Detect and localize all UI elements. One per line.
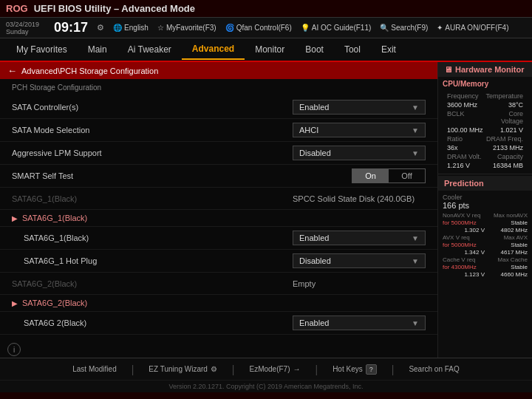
sata6g1-info-label: SATA6G_1(Black) [12,194,293,203]
sata-controller-row: SATA Controller(s) Enabled ▼ [0,96,437,119]
sata6g1-hotplug-row: SATA6G_1 Hot Plug Disabled ▼ [0,250,437,273]
myfav-label: MyFavorite(F3) [166,24,216,32]
footer-ez-tuning[interactable]: EZ Tuning Wizard ⚙ [149,365,216,373]
sata6g1-dropdown-label: SATA6G_1(Black) [12,233,293,242]
back-arrow-icon[interactable]: ← [7,65,17,76]
sata6g1-value: Enabled [299,233,329,242]
day-label: Sunday [6,28,39,35]
dropdown-arrow-icon5: ▼ [412,257,419,265]
tab-main[interactable]: Main [78,40,117,59]
maxcache-label: Max Cache [485,256,528,263]
sata6g2-expand-label: SATA6G_2(Black) [22,299,87,307]
cache-stable: Stable [485,264,528,270]
toolbar-aura[interactable]: ✦ AURA ON/OFF(F4) [437,24,508,32]
dropdown-arrow-icon2: ▼ [412,126,419,134]
sata-mode-dropdown[interactable]: AHCI ▼ [293,123,426,137]
sata6g1-hotplug-dropdown[interactable]: Disabled ▼ [293,253,426,268]
info-icon[interactable]: i [7,343,21,356]
hardware-monitor-label: Hardware Monitor [455,65,525,74]
sata6g2-value: Enabled [299,318,329,327]
toolbar-qfan[interactable]: 🌀 Qfan Control(F6) [225,24,292,32]
hotkeys-key: ? [366,364,377,375]
copyright-bar: Version 2.20.1271. Copyright (C) 2019 Am… [0,380,532,392]
date-label: 03/24/2019 [6,21,39,28]
settings-list: SATA Controller(s) Enabled ▼ SATA Mode S… [0,96,437,335]
tab-tool[interactable]: Tool [334,40,371,59]
sata-controller-value: Enabled [299,103,329,112]
capacity-value: 16384 MB [485,162,523,169]
avx-volt: 1.342 V [443,249,485,256]
footer: Last Modified | EZ Tuning Wizard ⚙ | EzM… [0,358,532,380]
sata6g2-dropdown-label: SATA6G 2(Black) [12,318,293,327]
tab-exit[interactable]: Exit [371,40,406,59]
last-modified-label: Last Modified [72,365,116,373]
footer-ezmode[interactable]: EzMode(F7) → [249,365,300,373]
sata-mode-label: SATA Mode Selection [12,126,293,134]
ratio-label: Ratio [447,135,484,143]
expand-triangle-icon2: ▶ [12,299,18,307]
smart-test-label: SMART Self Test [12,171,352,180]
nonavx-freq-label: for 5000MHz [443,219,485,226]
search-faq-label: Search on FAQ [409,365,459,373]
tab-advanced[interactable]: Advanced [182,39,245,60]
sata6g2-info-row: SATA6G_2(Black) Empty [0,273,437,295]
settings-gear-icon[interactable]: ⚙ [97,23,104,33]
dramvolt-label: DRAM Volt. [447,153,484,160]
prediction-content: Cooler 166 pts NonAVX V req Max nonAVX f… [438,191,532,281]
sata6g1-expand-label: SATA6G_1(Black) [22,214,87,222]
bclk-label: BCLK [447,110,484,125]
breadcrumb-text: Advanced\PCH Storage Configuration [21,66,158,75]
dropdown-arrow-icon4: ▼ [412,234,419,242]
cache-freq-label: for 4300MHz [443,264,485,270]
corevolt-value: 1.021 V [485,126,523,134]
toolbar-english[interactable]: 🌐 English [113,24,149,32]
smart-test-toggle[interactable]: On Off [352,168,426,183]
monitor-icon: 🖥 [444,65,452,74]
footer-search-faq[interactable]: Search on FAQ [409,365,459,373]
ezmode-label: EzMode(F7) [249,365,290,373]
toolbar-search[interactable]: 🔍 Search(F9) [380,24,428,32]
language-label: English [124,24,149,32]
tab-my-favorites[interactable]: My Favorites [6,40,78,59]
dropdown-arrow-icon3: ▼ [412,149,419,157]
ai-icon: 💡 [301,24,310,32]
tab-boot[interactable]: Boot [295,40,334,59]
toolbar-aioc[interactable]: 💡 AI OC Guide(F11) [301,24,372,32]
avx-freq-label: for 5000MHz [443,242,485,248]
footer-hot-keys[interactable]: Hot Keys ? [332,364,377,375]
aggressive-lpm-dropdown[interactable]: Disabled ▼ [293,146,426,160]
sata6g1-dropdown[interactable]: Enabled ▼ [293,231,426,245]
capacity-label: Capacity [485,153,523,160]
sata-controller-dropdown[interactable]: Enabled ▼ [293,100,426,115]
freq-label: Frequency [447,92,484,100]
hardware-monitor-panel: 🖥 Hardware Monitor CPU/Memory Frequency … [437,62,532,358]
avx-stable: Stable [485,242,528,248]
window-title: UEFI BIOS Utility – Advanced Mode [34,3,195,14]
wizard-label: EZ Tuning Wizard [149,365,207,373]
cache-volt: 1.123 V [443,271,485,278]
freq-value: 3600 MHz [447,101,484,109]
toggle-off[interactable]: Off [389,169,425,183]
sata6g1-hotplug-value: Disabled [299,256,331,265]
dramvolt-value: 1.216 V [447,162,484,169]
toggle-on[interactable]: On [352,169,389,183]
cache-mhz: 4660 MHz [485,271,528,278]
sata6g2-expand-row[interactable]: ▶ SATA6G_2(Black) [0,295,437,312]
expand-triangle-icon: ▶ [12,214,18,222]
smart-test-row: SMART Self Test On Off [0,165,437,188]
nonavx-label: NonAVX V req [443,212,485,219]
sata6g2-info-value: Empty [293,279,426,288]
bclk-value: 100.00 MHz [447,126,484,134]
aura-label: AURA ON/OFF(F4) [445,24,508,32]
sata-controller-label: SATA Controller(s) [12,103,293,112]
toolbar-myfavorite[interactable]: ☆ MyFavorite(F3) [157,24,216,32]
tab-monitor[interactable]: Monitor [245,40,295,59]
fan-icon: 🌀 [225,24,234,32]
tab-ai-tweaker[interactable]: Ai Tweaker [117,40,182,59]
footer-last-modified[interactable]: Last Modified [72,365,116,373]
avx-label: AVX V req [443,234,485,241]
main-layout: ← Advanced\PCH Storage Configuration PCH… [0,62,532,358]
ratio-value: 36x [447,144,484,151]
sata6g1-expand-row[interactable]: ▶ SATA6G_1(Black) [0,210,437,227]
sata6g2-dropdown[interactable]: Enabled ▼ [293,316,426,330]
